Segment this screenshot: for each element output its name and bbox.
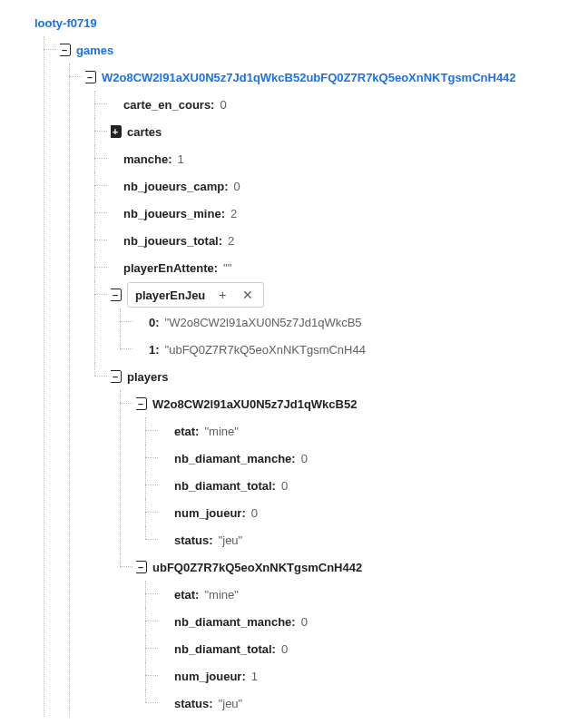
field-key[interactable]: manche:	[123, 152, 172, 166]
collapse-icon[interactable]	[136, 397, 147, 410]
field-key[interactable]: nb_diamant_manche:	[174, 615, 296, 629]
field-value: 2	[228, 234, 234, 248]
field-key[interactable]: 0:	[149, 316, 160, 329]
field-value: 0	[251, 506, 258, 520]
field-value: 1	[251, 670, 258, 683]
collapse-icon[interactable]	[136, 561, 147, 573]
field-value: 0	[234, 180, 240, 193]
field-key[interactable]: nb_diamant_manche:	[174, 452, 296, 465]
delete-icon[interactable]: ✕	[240, 287, 256, 303]
field-key[interactable]: num_joueur:	[174, 506, 246, 520]
expand-icon[interactable]	[111, 125, 122, 138]
selected-node[interactable]: playerEnJeu + ✕	[127, 282, 264, 308]
database-tree: looty-f0719 games W2o8CW2l91aXU0N5z7Jd1q…	[9, 9, 579, 717]
game-id-node[interactable]: W2o8CW2l91aXU0N5z7Jd1qWkcB52ubFQ0Z7R7kQ5…	[102, 71, 516, 84]
field-value: 0	[281, 479, 288, 493]
collapse-icon[interactable]	[60, 44, 71, 56]
field-key[interactable]: carte_en_cours:	[123, 98, 214, 112]
field-key[interactable]: nb_joueurs_total:	[123, 234, 222, 248]
field-value: 0	[281, 642, 288, 656]
field-value: 1	[177, 152, 183, 166]
field-key[interactable]: status:	[174, 533, 213, 547]
games-node[interactable]: games	[76, 44, 113, 57]
field-value: "mine"	[204, 588, 238, 602]
field-value: "W2o8CW2l91aXU0N5z7Jd1qWkcB5	[165, 316, 362, 329]
field-key[interactable]: nb_diamant_total:	[174, 642, 276, 656]
field-value: "mine"	[204, 425, 238, 438]
cartes-node[interactable]: cartes	[127, 125, 162, 139]
field-key[interactable]: nb_joueurs_camp:	[123, 180, 229, 193]
playerenjeu-node[interactable]: playerEnJeu	[135, 289, 205, 302]
collapse-icon[interactable]	[111, 370, 122, 383]
field-value: 0	[301, 615, 308, 629]
field-value: 2	[230, 207, 237, 220]
field-key[interactable]: status:	[174, 697, 213, 710]
field-key[interactable]: nb_diamant_total:	[174, 479, 276, 493]
player-id-node[interactable]: W2o8CW2l91aXU0N5z7Jd1qWkcB52	[152, 397, 357, 411]
field-key[interactable]: etat:	[174, 425, 199, 438]
collapse-icon[interactable]	[85, 71, 96, 83]
field-value: "jeu"	[219, 533, 243, 547]
players-node[interactable]: players	[127, 370, 169, 384]
field-key[interactable]: playerEnAttente:	[123, 261, 218, 275]
player-id-node[interactable]: ubFQ0Z7R7kQ5eoXnNKTgsmCnH442	[152, 561, 362, 574]
field-key[interactable]: 1:	[149, 343, 160, 357]
field-value: 0	[301, 452, 308, 465]
field-key[interactable]: nb_joueurs_mine:	[123, 207, 225, 220]
root-node[interactable]: looty-f0719	[34, 16, 97, 30]
field-value: ""	[223, 261, 231, 275]
field-value: 0	[220, 98, 226, 112]
field-key[interactable]: etat:	[174, 588, 199, 602]
field-value: "ubFQ0Z7R7kQ5eoXnNKTgsmCnH44	[165, 343, 366, 357]
field-value: "jeu"	[219, 697, 243, 710]
add-child-icon[interactable]: +	[214, 287, 230, 303]
collapse-icon[interactable]	[111, 289, 122, 301]
field-key[interactable]: num_joueur:	[174, 670, 246, 683]
